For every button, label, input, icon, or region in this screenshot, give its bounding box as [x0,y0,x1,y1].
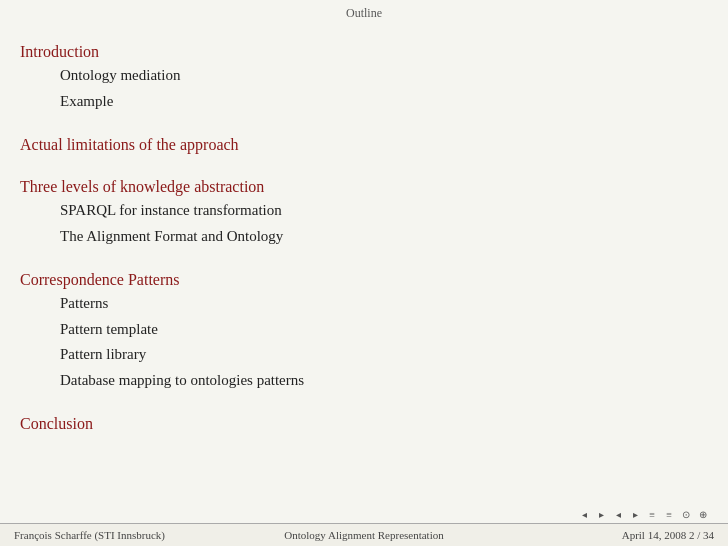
nav-next-arrow[interactable]: ▸ [628,509,642,521]
section-conclusion: Conclusion [20,415,688,433]
item-alignment-format: The Alignment Format and Ontology [20,224,688,250]
nav-left-arrow[interactable]: ◂ [577,509,591,521]
slide: Outline Introduction Ontology mediation … [0,0,728,546]
footer: François Scharffe (STI Innsbruck) Ontolo… [0,523,728,546]
title-text: Outline [346,6,382,20]
item-ontology-mediation: Ontology mediation [20,63,688,89]
section-introduction: Introduction [20,43,688,61]
item-patterns: Patterns [20,291,688,317]
nav-search-icon[interactable]: ⊕ [696,509,710,521]
nav-right-arrow[interactable]: ▸ [594,509,608,521]
item-db-mapping: Database mapping to ontologies patterns [20,368,688,394]
nav-zoom-icon[interactable]: ⊙ [679,509,693,521]
footer-author: François Scharffe (STI Innsbruck) [14,529,247,541]
nav-controls[interactable]: ◂ ▸ ◂ ▸ ≡ ≡ ⊙ ⊕ [577,506,720,523]
section-limitations: Actual limitations of the approach [20,136,688,154]
item-pattern-template: Pattern template [20,317,688,343]
item-pattern-library: Pattern library [20,342,688,368]
item-example: Example [20,89,688,115]
item-sparql: SPARQL for instance transformation [20,198,688,224]
slide-title: Outline [0,0,728,25]
footer-date-page: April 14, 2008 2 / 34 [481,529,714,541]
nav-icon-area: ◂ ▸ ◂ ▸ ≡ ≡ ⊙ ⊕ [0,506,728,523]
section-correspondence-patterns: Correspondence Patterns [20,271,688,289]
nav-list-icon[interactable]: ≡ [645,509,659,521]
nav-prev-arrow[interactable]: ◂ [611,509,625,521]
footer-title: Ontology Alignment Representation [247,529,480,541]
nav-list2-icon[interactable]: ≡ [662,509,676,521]
slide-content: Introduction Ontology mediation Example … [0,25,728,506]
section-three-levels: Three levels of knowledge abstraction [20,178,688,196]
